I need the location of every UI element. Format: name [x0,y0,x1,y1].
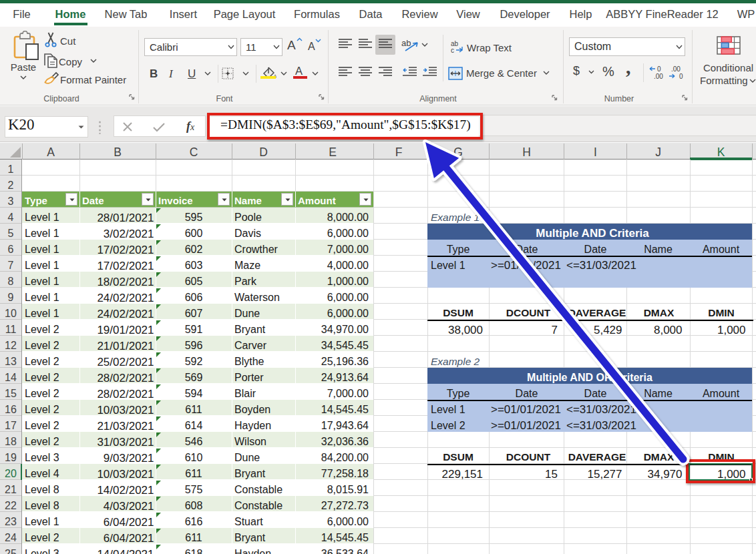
svg-text:0: 0 [657,65,661,73]
svg-text:.00: .00 [671,65,681,73]
svg-text:.00: .00 [654,73,663,80]
svg-text:0: 0 [679,73,683,80]
svg-text:c: c [451,47,454,54]
